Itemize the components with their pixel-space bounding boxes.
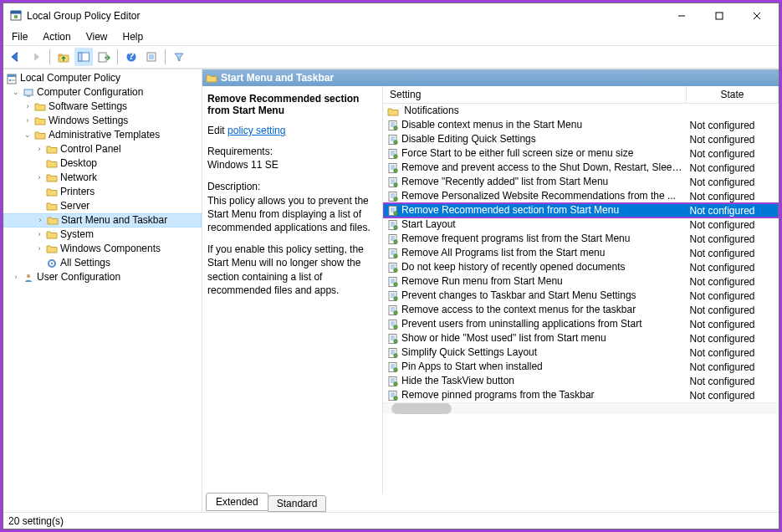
tree-windows-settings[interactable]: ›Windows Settings <box>3 114 202 128</box>
navigation-tree[interactable]: Local Computer Policy ⌄ Computer Configu… <box>3 69 202 512</box>
setting-state: Not configured <box>687 289 779 303</box>
setting-row[interactable]: Remove pinned programs from the TaskbarN… <box>383 388 779 402</box>
setting-row[interactable]: Simplify Quick Settings LayoutNot config… <box>383 345 779 360</box>
export-list-button[interactable] <box>95 48 113 66</box>
tree-server[interactable]: Server <box>3 199 202 213</box>
setting-name: Remove Run menu from Start Menu <box>401 275 563 287</box>
scrollbar-thumb[interactable] <box>391 403 452 414</box>
setting-row[interactable]: Disable Editing Quick SettingsNot config… <box>383 132 779 146</box>
folder-icon <box>45 228 59 242</box>
svg-rect-23 <box>27 95 30 97</box>
tree-windows-components[interactable]: ›Windows Components <box>3 242 202 256</box>
forward-button[interactable] <box>27 48 45 66</box>
tree-network[interactable]: ›Network <box>3 171 202 185</box>
menu-file[interactable]: File <box>8 30 31 43</box>
tree-desktop[interactable]: Desktop <box>3 156 202 171</box>
tree-all-settings[interactable]: All Settings <box>3 256 202 270</box>
folder-icon <box>45 157 59 171</box>
expand-toggle[interactable]: › <box>10 273 22 283</box>
maximize-button[interactable] <box>700 4 738 28</box>
content-panel: Start Menu and Taskbar Remove Recommende… <box>202 69 779 512</box>
menu-view[interactable]: View <box>83 30 111 43</box>
svg-point-96 <box>394 311 397 315</box>
policy-icon <box>386 233 400 245</box>
tree-admin-templates[interactable]: ⌄Administrative Templates <box>3 128 202 142</box>
horizontal-scrollbar[interactable] <box>383 402 779 414</box>
toolbar-separator <box>117 49 118 64</box>
show-hide-tree-button[interactable] <box>74 48 93 66</box>
back-button[interactable] <box>7 48 25 66</box>
setting-row[interactable]: Remove Run menu from Start MenuNot confi… <box>383 274 779 289</box>
setting-name: Remove access to the context menus for t… <box>401 304 636 315</box>
expand-toggle[interactable]: › <box>33 244 45 254</box>
menu-action[interactable]: Action <box>39 30 74 43</box>
svg-point-76 <box>394 254 397 258</box>
setting-row[interactable]: Start LayoutNot configured <box>383 217 779 232</box>
policy-setting-link[interactable]: policy setting <box>227 125 285 136</box>
tree-software-settings[interactable]: ›Software Settings <box>3 100 202 114</box>
expand-toggle[interactable]: › <box>34 216 46 226</box>
setting-row[interactable]: Disable context menus in the Start MenuN… <box>383 118 779 132</box>
tree-system[interactable]: ›System <box>3 228 202 242</box>
tree-start-menu-taskbar[interactable]: ›Start Menu and Taskbar <box>3 213 202 228</box>
setting-row[interactable]: Do not keep history of recently opened d… <box>383 260 779 274</box>
properties-button[interactable] <box>142 48 161 66</box>
setting-row[interactable]: Prevent changes to Taskbar and Start Men… <box>383 289 779 303</box>
setting-state: Not configured <box>687 132 779 146</box>
column-setting[interactable]: Setting <box>383 86 687 104</box>
setting-row[interactable]: Remove All Programs list from the Start … <box>383 246 779 260</box>
filter-button[interactable] <box>170 48 188 66</box>
tree-user-config[interactable]: › User Configuration <box>3 270 202 284</box>
setting-row[interactable]: Pin Apps to Start when installedNot conf… <box>383 360 779 374</box>
setting-row[interactable]: Prevent users from uninstalling applicat… <box>383 317 779 331</box>
setting-row[interactable]: Remove and prevent access to the Shut Do… <box>383 161 779 175</box>
tree-label: Desktop <box>59 156 97 171</box>
column-state[interactable]: State <box>687 86 779 104</box>
tree-root[interactable]: Local Computer Policy <box>3 71 202 85</box>
setting-state: Not configured <box>687 345 779 360</box>
expand-toggle[interactable]: › <box>22 116 33 126</box>
help-button[interactable]: ? <box>122 48 141 66</box>
setting-state: Not configured <box>687 360 779 374</box>
main-area: Local Computer Policy ⌄ Computer Configu… <box>3 69 779 512</box>
folder-icon <box>33 115 47 128</box>
expand-toggle[interactable]: ⌄ <box>10 88 22 98</box>
menu-help[interactable]: Help <box>120 30 147 43</box>
setting-row[interactable]: Remove access to the context menus for t… <box>383 303 779 317</box>
tree-control-panel[interactable]: ›Control Panel <box>3 142 202 156</box>
expand-toggle[interactable]: › <box>33 173 45 183</box>
up-folder-button[interactable] <box>54 48 73 66</box>
policy-icon <box>386 333 400 345</box>
svg-point-116 <box>394 368 397 371</box>
expand-toggle[interactable]: ⌄ <box>22 130 33 141</box>
expand-toggle[interactable]: › <box>33 145 45 155</box>
policy-icon <box>386 262 400 274</box>
minimize-button[interactable] <box>662 4 700 28</box>
svg-point-46 <box>394 169 397 172</box>
close-button[interactable] <box>738 4 775 28</box>
svg-point-66 <box>394 226 397 229</box>
svg-point-25 <box>51 263 54 265</box>
tree-printers[interactable]: Printers <box>3 185 202 199</box>
setting-state: Not configured <box>687 146 779 161</box>
setting-row[interactable]: Remove "Recently added" list from Start … <box>383 175 779 189</box>
toolbar: ? <box>3 45 779 69</box>
setting-row[interactable]: Remove Recommended section from Start Me… <box>383 203 779 217</box>
tree-label: Administrative Templates <box>47 128 160 142</box>
setting-row[interactable]: Remove Personalized Website Recommendati… <box>383 189 779 203</box>
svg-rect-22 <box>24 90 33 95</box>
tab-extended[interactable]: Extended <box>206 493 268 511</box>
setting-state: Not configured <box>687 246 779 260</box>
setting-name: Remove "Recently added" list from Start … <box>401 176 608 187</box>
tab-standard[interactable]: Standard <box>268 495 327 512</box>
setting-row[interactable]: Hide the TaskView buttonNot configured <box>383 374 779 388</box>
folder-row[interactable]: Notifications <box>383 104 779 118</box>
expand-toggle[interactable]: › <box>33 230 45 240</box>
expand-toggle[interactable]: › <box>22 102 33 112</box>
setting-row[interactable]: Show or hide "Most used" list from Start… <box>383 331 779 345</box>
setting-name: Pin Apps to Start when installed <box>401 361 543 372</box>
tree-computer-config[interactable]: ⌄ Computer Configuration <box>3 85 202 100</box>
setting-row[interactable]: Force Start to be either full screen siz… <box>383 146 779 161</box>
settings-list[interactable]: Setting State Notifications <box>383 86 779 494</box>
setting-row[interactable]: Remove frequent programs list from the S… <box>383 232 779 246</box>
